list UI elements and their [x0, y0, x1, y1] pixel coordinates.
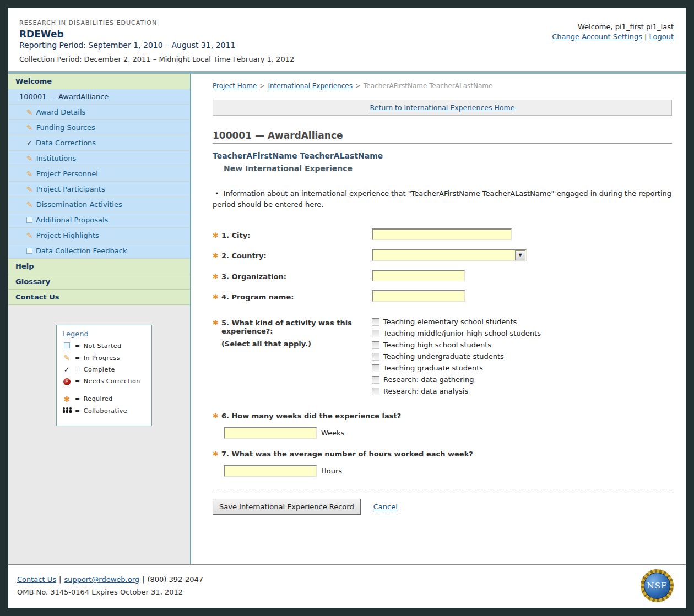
activity-hint: (Select all that apply.) — [221, 340, 359, 348]
welcome-user: Welcome, pi1_first pi1_last — [552, 23, 674, 31]
footer-omb: OMB No. 3145-0164 Expires October 31, 20… — [17, 588, 203, 596]
sidebar-item-funding-sources[interactable]: ✎ Funding Sources — [8, 120, 190, 135]
hours-input[interactable] — [224, 465, 317, 477]
country-label: ✱2. Country: — [213, 249, 372, 261]
city-input[interactable] — [372, 228, 512, 240]
footer-contact-us-link[interactable]: Contact Us — [17, 575, 56, 584]
sidebar-item-project-participants[interactable]: ✎ Project Participants — [8, 182, 190, 197]
save-button[interactable]: Save International Experience Record — [213, 499, 361, 515]
content-row: Welcome 100001 — AwardAlliance ✎ Award D… — [8, 74, 686, 564]
sidebar-item-project-personnel[interactable]: ✎ Project Personnel — [8, 166, 190, 182]
equals-sign: = — [75, 407, 80, 415]
change-account-settings-link[interactable]: Change Account Settings — [552, 32, 642, 41]
return-link[interactable]: Return to International Experiences Home — [370, 103, 515, 112]
activity-checkbox[interactable] — [372, 353, 379, 361]
weeks-input[interactable] — [224, 427, 317, 439]
legend-item-required: ✱ = Required — [62, 395, 146, 403]
pencil-icon: ✎ — [62, 354, 72, 362]
required-icon: ✱ — [62, 395, 72, 403]
activity-checkbox[interactable] — [372, 376, 379, 384]
equals-sign: = — [75, 395, 80, 402]
link-separator: | — [644, 32, 647, 41]
required-icon: ✱ — [213, 450, 219, 458]
sidebar-item-data-corrections[interactable]: ✓ Data Corrections — [8, 135, 190, 151]
header-account-area: Welcome, pi1_first pi1_last Change Accou… — [552, 19, 674, 71]
pencil-icon: ✎ — [26, 201, 33, 209]
sidebar-item-help[interactable]: Help — [8, 259, 190, 274]
required-icon: ✱ — [213, 293, 219, 301]
sidebar-item-institutions[interactable]: ✎ Institutions — [8, 151, 190, 166]
activity-option: Teaching graduate students — [372, 364, 541, 372]
main-content: Project Home>International Experiences>T… — [191, 74, 686, 564]
reporting-period: Reporting Period: September 1, 2010 – Au… — [19, 41, 294, 50]
activity-checkbox[interactable] — [372, 388, 379, 395]
legend-item-collaborative: = Collaborative — [62, 407, 146, 415]
app-title: RDEWeb — [19, 29, 294, 40]
sidebar-item-welcome[interactable]: Welcome — [8, 74, 190, 89]
organization-input[interactable] — [372, 270, 465, 281]
form-actions: Save International Experience Record Can… — [213, 499, 672, 515]
pencil-icon: ✎ — [26, 232, 33, 239]
logout-link[interactable]: Logout — [649, 32, 674, 41]
city-label: ✱1. City: — [213, 228, 372, 240]
sidebar-item-contact-us[interactable]: Contact Us — [8, 290, 190, 305]
collection-period: Collection Period: December 2, 2011 – Mi… — [19, 55, 294, 63]
sidebar-item-additional-proposals[interactable]: Additional Proposals — [8, 212, 190, 228]
page-title: 100001 — AwardAlliance — [213, 130, 672, 141]
footer: Contact Us|support@rdeweb.org|(800) 392-… — [8, 565, 686, 608]
collaborative-icon — [63, 407, 72, 413]
hours-label: ✱7. What was the average number of hours… — [213, 450, 672, 458]
program-name-input[interactable] — [372, 290, 465, 302]
needs-correction-icon: ✗ — [63, 378, 71, 385]
required-icon: ✱ — [213, 252, 219, 260]
not-started-icon — [64, 342, 70, 348]
activity-option: Research: data gathering — [372, 375, 541, 384]
sidebar-item-glossary[interactable]: Glossary — [8, 274, 190, 290]
dropdown-arrow-icon[interactable]: ▼ — [515, 250, 525, 260]
footer-text: Contact Us|support@rdeweb.org|(800) 392-… — [17, 575, 203, 596]
sidebar-item-data-collection-feedback[interactable]: Data Collection Feedback — [8, 243, 190, 259]
activity-checkbox[interactable] — [372, 341, 379, 349]
legend-item-not-started: = Not Started — [62, 342, 146, 350]
teacher-name: TeacherAFirstName TeacherALastName — [213, 151, 672, 160]
activity-option: Teaching high school students — [372, 341, 541, 349]
pencil-icon: ✎ — [26, 170, 33, 178]
weeks-input-row: Weeks — [224, 427, 672, 439]
activity-label: ✱5. What kind of activity was this exper… — [213, 316, 372, 395]
pencil-icon: ✎ — [26, 155, 33, 162]
pencil-icon: ✎ — [26, 108, 33, 116]
legend-item-needs-correction: ✗ = Needs Correction — [62, 378, 146, 385]
equals-sign: = — [75, 366, 80, 373]
footer-email-link[interactable]: support@rdeweb.org — [64, 575, 139, 584]
form-row-city: ✱1. City: — [213, 228, 672, 240]
activity-checkbox[interactable] — [372, 364, 379, 372]
breadcrumb-project-home[interactable]: Project Home — [213, 82, 257, 90]
activity-option: Teaching undergraduate students — [372, 352, 541, 361]
cancel-link[interactable]: Cancel — [373, 503, 398, 511]
window-frame: RESEARCH IN DISABILITIES EDUCATION RDEWe… — [0, 0, 694, 616]
sidebar-item-dissemination-activities[interactable]: ✎ Dissemination Activities — [8, 197, 190, 212]
breadcrumb-international-experiences[interactable]: International Experiences — [268, 82, 353, 90]
required-icon: ✱ — [213, 272, 219, 281]
sidebar-item-award[interactable]: 100001 — AwardAlliance — [8, 89, 190, 105]
header: RESEARCH IN DISABILITIES EDUCATION RDEWe… — [8, 8, 686, 71]
sidebar: Welcome 100001 — AwardAlliance ✎ Award D… — [8, 74, 191, 564]
sidebar-item-project-highlights[interactable]: ✎ Project Highlights — [8, 228, 190, 243]
bullet-icon: • — [215, 189, 219, 198]
form-row-country: ✱2. Country: ▼ — [213, 249, 672, 261]
question-weeks: ✱6. How many weeks did the experience la… — [213, 412, 672, 439]
hours-input-row: Hours — [224, 465, 672, 477]
required-icon: ✱ — [213, 412, 219, 420]
sidebar-item-award-details[interactable]: ✎ Award Details — [8, 105, 190, 120]
legend-title: Legend — [62, 330, 146, 338]
organization-label: ✱3. Organization: — [213, 270, 372, 281]
equals-sign: = — [75, 355, 80, 362]
nsf-logo: NSF — [641, 569, 674, 602]
activity-checkbox[interactable] — [372, 330, 379, 337]
country-select[interactable]: ▼ — [372, 249, 527, 261]
not-started-icon — [26, 248, 32, 254]
legend-item-in-progress: ✎ = In Progress — [62, 354, 146, 362]
activity-option: Research: data analysis — [372, 387, 541, 395]
form-row-program-name: ✱4. Program name: — [213, 290, 672, 302]
activity-checkbox[interactable] — [372, 318, 379, 326]
